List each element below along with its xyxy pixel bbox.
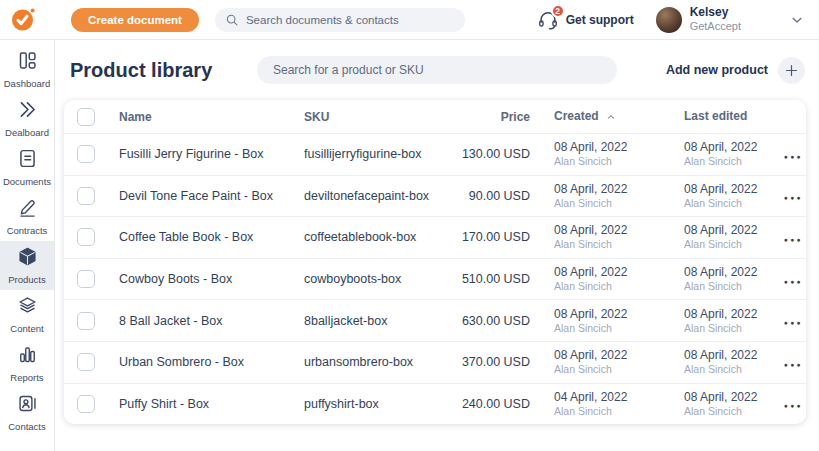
add-new-product-button[interactable]: Add new product xyxy=(666,57,805,84)
product-price: 630.00 USD xyxy=(454,314,542,328)
edited-by: Alan Sincich xyxy=(684,363,782,376)
sidebar-item-label: Dashboard xyxy=(4,78,50,89)
edited-date: 08 April, 2022 xyxy=(684,390,782,405)
create-document-button[interactable]: Create document xyxy=(71,8,199,32)
product-price: 130.00 USD xyxy=(454,147,542,161)
product-name: Coffee Table Book - Box xyxy=(119,230,304,244)
sidebar: Dashboard Dealboard Documents Contracts … xyxy=(0,40,55,451)
row-actions-menu[interactable]: ●●● xyxy=(782,190,805,205)
column-header-created[interactable]: Created xyxy=(542,109,672,124)
sidebar-item-label: Reports xyxy=(10,372,43,383)
plus-icon xyxy=(783,62,800,79)
page-title: Product library xyxy=(70,59,212,82)
created-by: Alan Sincich xyxy=(554,238,672,251)
select-all-checkbox[interactable] xyxy=(77,108,95,126)
product-search-input[interactable] xyxy=(273,63,601,77)
reports-icon xyxy=(17,344,38,369)
row-actions-menu[interactable]: ●●● xyxy=(782,398,805,413)
row-checkbox[interactable] xyxy=(77,145,95,163)
sidebar-item-content[interactable]: Content xyxy=(0,290,54,339)
sidebar-item-label: Documents xyxy=(3,176,51,187)
product-price: 370.00 USD xyxy=(454,355,542,369)
sidebar-item-label: Products xyxy=(8,274,46,285)
product-search[interactable] xyxy=(257,56,617,84)
edited-by: Alan Sincich xyxy=(684,405,782,418)
sidebar-item-dealboard[interactable]: Dealboard xyxy=(0,94,54,143)
product-price: 510.00 USD xyxy=(454,272,542,286)
edited-date: 08 April, 2022 xyxy=(684,307,782,322)
column-header-last-edited[interactable]: Last edited xyxy=(672,109,782,124)
table-row[interactable]: 8 Ball Jacket - Box 8balljacket-box 630.… xyxy=(64,299,806,341)
dealboard-icon xyxy=(17,99,38,124)
content-icon xyxy=(17,295,38,320)
row-checkbox[interactable] xyxy=(77,395,95,413)
global-search[interactable] xyxy=(215,8,465,32)
sort-ascending-icon xyxy=(605,111,617,123)
product-sku: puffyshirt-box xyxy=(304,397,454,411)
table-row[interactable]: Urban Sombrero - Box urbansombrero-box 3… xyxy=(64,341,806,383)
sidebar-item-dashboard[interactable]: Dashboard xyxy=(0,45,54,94)
user-organization: GetAccept xyxy=(690,20,741,33)
sidebar-item-label: Content xyxy=(10,323,43,334)
row-checkbox[interactable] xyxy=(77,312,95,330)
sidebar-item-label: Contacts xyxy=(8,421,46,432)
edited-date: 08 April, 2022 xyxy=(684,265,782,280)
user-menu[interactable]: Kelsey GetAccept xyxy=(656,6,741,32)
created-by: Alan Sincich xyxy=(554,197,672,210)
sidebar-item-contacts[interactable]: Contacts xyxy=(0,388,54,437)
sidebar-item-contracts[interactable]: Contracts xyxy=(0,192,54,241)
table-row[interactable]: Puffy Shirt - Box puffyshirt-box 240.00 … xyxy=(64,383,806,425)
edited-date: 08 April, 2022 xyxy=(684,348,782,363)
product-name: Devil Tone Face Paint - Box xyxy=(119,189,304,203)
get-support-label: Get support xyxy=(566,13,634,27)
sidebar-item-products[interactable]: Products xyxy=(0,241,54,290)
product-name: Fusilli Jerry Figurine - Box xyxy=(119,147,304,161)
created-by: Alan Sincich xyxy=(554,363,672,376)
created-date: 08 April, 2022 xyxy=(554,348,672,363)
row-checkbox[interactable] xyxy=(77,228,95,246)
product-price: 90.00 USD xyxy=(454,189,542,203)
table-header-row: Name SKU Price Created Last edited xyxy=(64,100,806,133)
row-actions-menu[interactable]: ●●● xyxy=(782,315,805,330)
created-date: 08 April, 2022 xyxy=(554,182,672,197)
documents-icon xyxy=(17,148,38,173)
created-date: 08 April, 2022 xyxy=(554,140,672,155)
edited-date: 08 April, 2022 xyxy=(684,182,782,197)
column-header-price[interactable]: Price xyxy=(454,110,542,124)
table-body: Fusilli Jerry Figurine - Box fusillijerr… xyxy=(64,133,806,424)
row-actions-menu[interactable]: ●●● xyxy=(782,232,805,247)
table-row[interactable]: Coffee Table Book - Box coffeetablebook-… xyxy=(64,216,806,258)
sidebar-item-reports[interactable]: Reports xyxy=(0,339,54,388)
column-header-name[interactable]: Name xyxy=(119,110,304,124)
user-name: Kelsey xyxy=(690,6,741,20)
row-checkbox[interactable] xyxy=(77,270,95,288)
chevron-down-icon[interactable] xyxy=(789,12,805,28)
table-row[interactable]: Cowboy Boots - Box cowboyboots-box 510.0… xyxy=(64,258,806,300)
product-sku: cowboyboots-box xyxy=(304,272,454,286)
created-by: Alan Sincich xyxy=(554,405,672,418)
table-row[interactable]: Fusilli Jerry Figurine - Box fusillijerr… xyxy=(64,133,806,175)
row-actions-menu[interactable]: ●●● xyxy=(782,357,805,372)
sidebar-item-documents[interactable]: Documents xyxy=(0,143,54,192)
getaccept-logo-icon[interactable] xyxy=(10,6,37,33)
avatar xyxy=(656,7,682,33)
column-header-sku[interactable]: SKU xyxy=(304,110,454,124)
product-name: Puffy Shirt - Box xyxy=(119,397,304,411)
product-table: Name SKU Price Created Last edited xyxy=(64,100,806,424)
global-search-input[interactable] xyxy=(246,14,455,26)
row-checkbox[interactable] xyxy=(77,353,95,371)
row-actions-menu[interactable]: ●●● xyxy=(782,274,805,289)
dashboard-icon xyxy=(17,50,38,75)
product-name: Urban Sombrero - Box xyxy=(119,355,304,369)
product-price: 170.00 USD xyxy=(454,230,542,244)
sidebar-item-label: Dealboard xyxy=(5,127,49,138)
product-sku: coffeetablebook-box xyxy=(304,230,454,244)
get-support-button[interactable]: 2 Get support xyxy=(537,9,634,31)
row-actions-menu[interactable]: ●●● xyxy=(782,149,805,164)
created-date: 04 April, 2022 xyxy=(554,390,672,405)
row-checkbox[interactable] xyxy=(77,187,95,205)
table-row[interactable]: Devil Tone Face Paint - Box deviltonefac… xyxy=(64,175,806,217)
product-sku: urbansombrero-box xyxy=(304,355,454,369)
created-date: 08 April, 2022 xyxy=(554,223,672,238)
search-icon xyxy=(225,13,239,27)
